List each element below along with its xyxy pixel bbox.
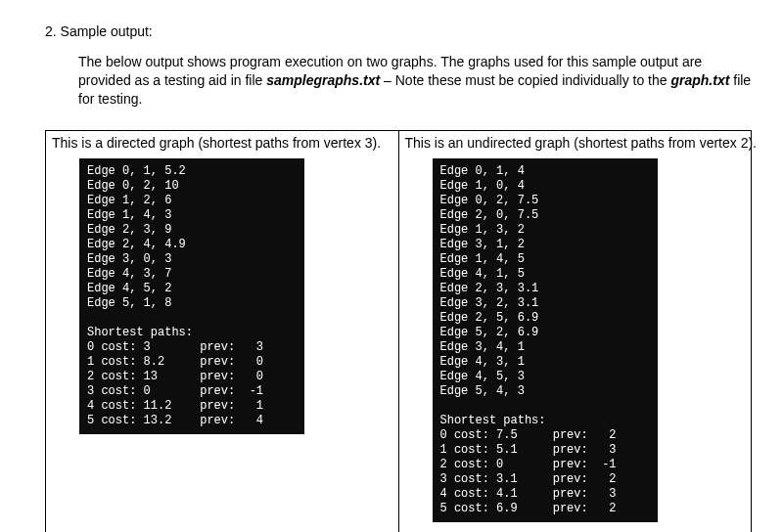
right-terminal: Edge 0, 1, 4 Edge 1, 0, 4 Edge 0, 2, 7.5…: [433, 158, 658, 522]
output-table: This is a directed graph (shortest paths…: [45, 130, 752, 532]
right-column: This is an undirected graph (shortest pa…: [398, 130, 752, 532]
right-caption: This is an undirected graph (shortest pa…: [405, 135, 746, 151]
left-caption: This is a directed graph (shortest paths…: [52, 135, 392, 151]
intro-paragraph: The below output shows program execution…: [78, 53, 752, 109]
intro-file-2: graph.txt: [670, 72, 729, 88]
intro-text-2: – Note these must be copied individually…: [380, 72, 670, 88]
left-column: This is a directed graph (shortest paths…: [46, 130, 399, 532]
left-terminal: Edge 0, 1, 5.2 Edge 0, 2, 10 Edge 1, 2, …: [79, 158, 304, 434]
intro-file-1: samplegraphs.txt: [266, 72, 380, 88]
section-heading: 2. Sample output:: [45, 23, 752, 39]
